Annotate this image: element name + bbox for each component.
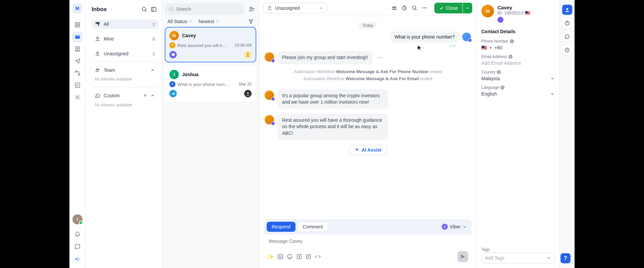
- filter-icon[interactable]: [248, 19, 254, 24]
- channel-selector[interactable]: ✆ Viber: [442, 224, 469, 230]
- close-button[interactable]: Close: [434, 3, 463, 13]
- viber-badge-icon: [271, 97, 275, 101]
- conversation-item-1[interactable]: J Joshua What is your phone number? Mar …: [165, 66, 256, 101]
- svg-point-31: [287, 254, 292, 259]
- svg-point-13: [97, 52, 98, 54]
- tray-icon: [95, 21, 100, 27]
- language-select[interactable]: English: [481, 91, 555, 97]
- nav-contacts[interactable]: [72, 44, 83, 54]
- svg-rect-3: [78, 25, 79, 27]
- user-icon: [95, 51, 100, 56]
- contact-tab-button[interactable]: [562, 5, 572, 15]
- ai-tool-icon[interactable]: ✨: [267, 254, 274, 260]
- out-message-0: What is your phone number?: [265, 32, 471, 42]
- nav-done[interactable]: [72, 253, 83, 264]
- nav-workflows[interactable]: [72, 68, 83, 78]
- emoji-icon[interactable]: [277, 254, 283, 260]
- ai-assist-button[interactable]: AI Assist: [349, 145, 386, 155]
- chat-panel: Unassigned Close Today What is: [259, 0, 477, 268]
- svg-point-25: [422, 7, 423, 8]
- viber-badge-icon: [468, 38, 472, 42]
- inbox-search-icon[interactable]: [140, 5, 149, 14]
- snippet-icon[interactable]: [315, 254, 321, 260]
- group-team[interactable]: Team: [92, 65, 158, 75]
- message-actions-icon[interactable]: ⋯: [376, 53, 384, 62]
- conversation-list: All Status Newest 50 Cavey Rest assured …: [162, 0, 259, 268]
- template-icon[interactable]: [306, 254, 312, 260]
- in-message-2: Rest assured you will have a thorough gu…: [265, 114, 471, 140]
- read-receipt-icon: ✓✓: [265, 44, 456, 48]
- nav-reports[interactable]: [72, 80, 83, 91]
- filter-unassigned-label: Unassigned: [104, 51, 128, 56]
- bot-avatar-icon: [462, 33, 471, 41]
- svg-point-24: [413, 6, 416, 9]
- email-field[interactable]: Add Email Address: [477, 60, 559, 67]
- workspace-badge[interactable]: M: [72, 3, 83, 13]
- custom-empty: No inboxes available: [92, 101, 158, 109]
- close-dropdown[interactable]: [463, 3, 472, 13]
- participants-icon[interactable]: [389, 3, 399, 13]
- info-icon[interactable]: i: [510, 39, 514, 43]
- svg-point-6: [75, 71, 77, 72]
- filter-unassigned[interactable]: Unassigned 1: [92, 49, 158, 58]
- respond-tab[interactable]: Respond: [267, 222, 296, 232]
- search-input[interactable]: [176, 6, 240, 12]
- country-select[interactable]: Malaysia: [481, 76, 555, 81]
- attach-icon[interactable]: [287, 254, 293, 260]
- filter-unassigned-count: 1: [153, 51, 155, 56]
- nav-settings[interactable]: [72, 92, 83, 103]
- avatar-icon: J: [169, 70, 179, 79]
- nav-inbox[interactable]: [72, 32, 83, 42]
- my-avatar[interactable]: Y: [72, 214, 83, 224]
- conversation-preview: Rest assured you will ha...: [177, 43, 228, 48]
- country-value: Malaysia: [481, 76, 500, 81]
- svg-point-9: [76, 97, 78, 98]
- contact-details-title: Contact Details: [477, 25, 559, 36]
- svg-point-22: [394, 7, 396, 8]
- contact-id: ID: 15635213: [497, 10, 524, 15]
- help-fab-button[interactable]: ?: [560, 253, 571, 263]
- contact-flag-icon: 🇲🇾: [525, 10, 530, 15]
- info-icon[interactable]: i: [497, 70, 501, 74]
- close-label: Close: [446, 5, 458, 11]
- info-icon[interactable]: i: [508, 55, 513, 59]
- timer-icon[interactable]: [399, 3, 409, 13]
- sort-filter[interactable]: Newest: [199, 19, 220, 24]
- nav-broadcast[interactable]: [72, 56, 83, 66]
- filter-all[interactable]: All 2: [92, 19, 158, 29]
- add-user-icon[interactable]: [247, 4, 256, 14]
- inbox-collapse-icon[interactable]: [149, 5, 158, 14]
- group-custom[interactable]: Custom +: [92, 91, 158, 101]
- comment-tab[interactable]: Comment: [298, 222, 328, 232]
- nav-dashboard[interactable]: [72, 19, 83, 30]
- activity-tab-button[interactable]: [562, 18, 572, 28]
- info-icon[interactable]: i: [500, 86, 504, 90]
- whatsapp-tab-button[interactable]: [562, 32, 572, 42]
- svg-point-10: [142, 7, 146, 11]
- flag-icon: 🇲🇾: [481, 45, 487, 50]
- plus-icon[interactable]: +: [143, 93, 147, 99]
- language-value: English: [481, 91, 497, 97]
- svg-point-5: [76, 48, 78, 49]
- nav-notifications[interactable]: [72, 229, 83, 240]
- history-tab-button[interactable]: [562, 45, 572, 55]
- chevron-up-icon: [150, 93, 155, 98]
- user-icon: [267, 5, 272, 11]
- email-label: Email Addressi: [477, 52, 559, 60]
- phone-field[interactable]: 🇲🇾▼+60: [477, 44, 559, 52]
- conversation-search[interactable]: [165, 3, 244, 15]
- conversation-item-0[interactable]: 50 Cavey Rest assured you will ha... 10:…: [165, 27, 256, 62]
- assignee-dropdown[interactable]: Unassigned: [263, 3, 327, 13]
- nav-help[interactable]: [72, 241, 83, 252]
- tags-input[interactable]: Add Tags: [481, 253, 555, 263]
- in-message-0: Please join my group and start investing…: [265, 51, 471, 64]
- filter-mine[interactable]: Mine 0: [92, 34, 158, 44]
- message-input[interactable]: [264, 234, 472, 249]
- more-icon[interactable]: [420, 3, 429, 13]
- contact-name: Cavey: [497, 5, 555, 10]
- svg-point-19: [247, 92, 249, 94]
- status-filter[interactable]: All Status: [167, 19, 193, 24]
- voice-icon[interactable]: [296, 254, 302, 260]
- search-chat-icon[interactable]: [410, 3, 419, 13]
- send-button[interactable]: [458, 251, 468, 262]
